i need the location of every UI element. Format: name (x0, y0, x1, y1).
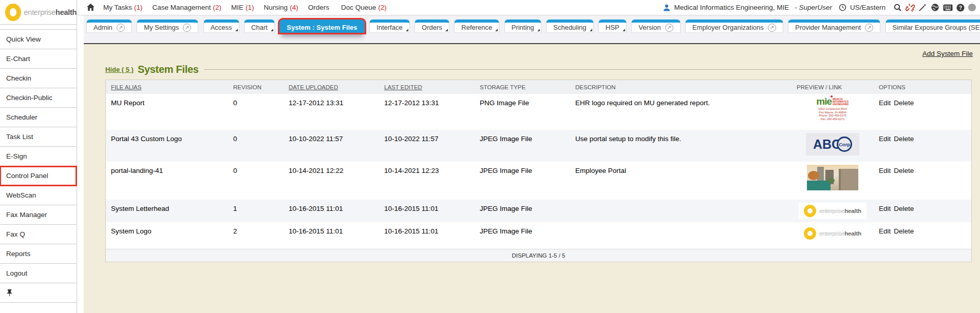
tab-access[interactable]: Access (203, 19, 239, 33)
cell-date-uploaded: 10-10-2022 11:57 (284, 130, 379, 162)
tab-interface[interactable]: Interface (369, 19, 410, 33)
delete-link[interactable]: Delete (894, 205, 914, 212)
nav-doc-queue[interactable]: Doc Queue(2) (341, 4, 387, 11)
cell-options: EditDelete (874, 94, 971, 130)
magic-wand-icon[interactable] (918, 3, 927, 12)
sidebar-item-checkin[interactable]: Checkin (0, 69, 77, 88)
sidebar-item-webscan[interactable]: WebScan (0, 186, 77, 205)
nav-orders[interactable]: Orders (308, 4, 331, 11)
broken-link-icon[interactable] (906, 3, 915, 12)
abc-corp-logo-preview[interactable]: ABC Corp (806, 133, 859, 155)
add-system-file-link[interactable]: Add System File (922, 50, 973, 57)
cell-options: EditDelete (874, 200, 971, 222)
popout-icon[interactable] (768, 24, 776, 32)
edit-link[interactable]: Edit (879, 99, 891, 107)
cell-preview (791, 162, 874, 200)
tab-hsp[interactable]: HSP (598, 19, 627, 33)
delete-link[interactable]: Delete (894, 167, 914, 174)
cell-date-uploaded: 10-14-2021 12:22 (284, 162, 379, 200)
search-icon[interactable] (893, 3, 902, 12)
cell-options: EditDelete (874, 162, 971, 200)
tab-system-system-files[interactable]: System : System Files (279, 19, 364, 33)
city-photo-preview[interactable] (807, 165, 858, 190)
user-icon (663, 4, 671, 12)
module-tab-bar: Admin My Settings Access Chart System : … (84, 15, 980, 44)
cell-last-edited: 10-16-2015 11:01 (379, 222, 475, 249)
tab-version[interactable]: Version (631, 19, 680, 33)
sidebar-item-logout[interactable]: Logout (0, 264, 77, 283)
content-area: Add System File Hide ( 5 ) System Files … (84, 44, 980, 313)
nav-nursing[interactable]: Nursing(4) (264, 4, 298, 11)
sidebar-item-e-sign[interactable]: E-Sign (0, 147, 77, 166)
nav-mie[interactable]: MIE(1) (231, 4, 254, 11)
tab-scheduling[interactable]: Scheduling (546, 19, 593, 33)
enterprisehealth-sun-icon (804, 227, 816, 240)
popout-icon[interactable] (865, 24, 873, 32)
cell-storage-type: JPEG Image File (475, 200, 570, 222)
delete-link[interactable]: Delete (894, 135, 914, 143)
sidebar-pin-toggle[interactable] (0, 283, 77, 303)
table-row: MU Report 0 12-17-2012 13:31 12-17-2012 … (106, 94, 971, 130)
tab-similar-exposure-groups[interactable]: Similar Exposure Groups (SEG (885, 19, 980, 33)
mie-logo-preview[interactable]: mie MEDICAL INFORMATICS ENGINEERING 6302… (799, 97, 866, 127)
ehr-application-window: enterprisehealth Quick View E-Chart Chec… (0, 0, 980, 313)
popout-icon[interactable] (117, 24, 125, 32)
cell-revision: 0 (228, 162, 284, 200)
sidebar-item-reports[interactable]: Reports (0, 244, 77, 264)
sidebar-item-scheduler[interactable]: Scheduler (0, 108, 77, 127)
hide-toggle-link[interactable]: Hide ( 5 ) (105, 66, 134, 73)
enterprisehealth-logo-preview[interactable]: enterprisehealth (799, 225, 866, 242)
sidebar-item-control-panel[interactable]: Control Panel (0, 166, 77, 186)
cell-description: Employee Portal (570, 162, 791, 200)
enterprisehealth-sun-icon (5, 4, 21, 21)
sidebar-item-quick-view[interactable]: Quick View (0, 30, 77, 49)
popout-icon[interactable] (665, 24, 673, 32)
tab-provider-management[interactable]: Provider Management (788, 19, 880, 33)
tab-reference[interactable]: Reference (454, 19, 499, 33)
column-header-last-edited[interactable]: LAST EDITED (379, 80, 475, 94)
user-name[interactable]: Medical Informatics Engineering, MIE (674, 4, 789, 11)
cell-file-alias: portal-landing-41 (106, 162, 228, 200)
edit-link[interactable]: Edit (879, 227, 891, 235)
enterprisehealth-logo-preview[interactable]: enterprisehealth (799, 203, 866, 219)
cell-file-alias: System Logo (106, 222, 228, 249)
edit-link[interactable]: Edit (879, 135, 891, 143)
delete-link[interactable]: Delete (894, 227, 914, 235)
nav-case-management[interactable]: Case Management(2) (153, 4, 222, 11)
tab-employer-organizations[interactable]: Employer Organizations (685, 19, 783, 33)
timezone-label[interactable]: US/Eastern (850, 4, 885, 11)
cell-file-alias: MU Report (106, 94, 228, 130)
sidebar-item-task-list[interactable]: Task List (0, 127, 77, 147)
tab-printing[interactable]: Printing (504, 19, 541, 33)
delete-link[interactable]: Delete (894, 99, 914, 107)
table-pagination-status: DISPLAYING 1-5 / 5 (106, 249, 971, 262)
sidebar-item-e-chart[interactable]: E-Chart (0, 49, 77, 69)
tab-orders[interactable]: Orders (414, 19, 449, 33)
top-navigation-bar: My Tasks(1) Case Management(2) MIE(1) Nu… (77, 0, 980, 15)
cell-description (570, 222, 791, 249)
sidebar-item-checkin-public[interactable]: Checkin-Public (0, 88, 77, 108)
presence-dot (968, 4, 976, 11)
tab-chart[interactable]: Chart (244, 19, 275, 33)
cell-preview: ABC Corp (791, 130, 874, 162)
user-cluster: Medical Informatics Engineering, MIE - S… (663, 3, 980, 12)
column-header-date-uploaded[interactable]: DATE UPLOADED (284, 80, 379, 94)
home-icon[interactable] (86, 3, 95, 12)
cell-storage-type: JPEG Image File (475, 222, 570, 249)
edit-link[interactable]: Edit (879, 167, 891, 174)
edit-link[interactable]: Edit (879, 205, 891, 212)
sidebar-item-fax-manager[interactable]: Fax Manager (0, 205, 77, 225)
brand-logo: enterprisehealth (0, 0, 77, 25)
nav-my-tasks[interactable]: My Tasks(1) (103, 4, 143, 11)
sidebar-item-fax-q[interactable]: Fax Q (0, 225, 77, 244)
cell-last-edited: 10-14-2021 12:23 (379, 162, 475, 200)
globe-icon[interactable] (931, 3, 939, 12)
cell-revision: 1 (228, 200, 284, 222)
popout-icon[interactable] (183, 24, 191, 32)
keyboard-icon[interactable] (943, 4, 953, 11)
help-icon[interactable]: ? (956, 4, 965, 12)
tab-my-settings[interactable]: My Settings (137, 19, 198, 33)
column-header-file-alias[interactable]: FILE ALIAS (106, 80, 228, 94)
tab-admin[interactable]: Admin (86, 19, 132, 33)
table-header-row: FILE ALIAS REVISION DATE UPLOADED LAST E… (106, 80, 971, 94)
